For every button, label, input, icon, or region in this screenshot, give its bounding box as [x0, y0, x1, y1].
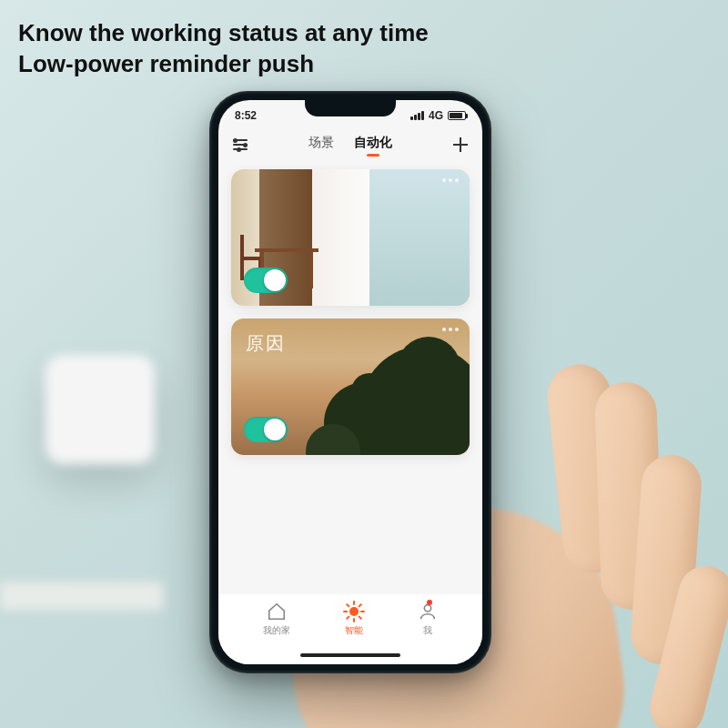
scene-toggle[interactable]: [244, 417, 288, 442]
filter-icon[interactable]: [233, 139, 248, 150]
phone-notch: [305, 100, 396, 116]
phone-frame: 8:52 4G 场景 自动化: [209, 91, 491, 673]
marketing-headline: Know the working status at any time Low-…: [18, 18, 429, 80]
add-icon[interactable]: [453, 137, 468, 152]
nav-profile[interactable]: 我: [418, 602, 438, 637]
network-label: 4G: [429, 109, 443, 122]
nav-label: 我: [423, 624, 432, 637]
tab-scenes[interactable]: 场景: [308, 135, 334, 155]
scene-toggle[interactable]: [244, 268, 288, 293]
profile-icon: [418, 602, 438, 622]
card-menu-icon[interactable]: [442, 328, 459, 331]
card-menu-icon[interactable]: [442, 178, 459, 182]
background-device: [46, 355, 155, 464]
app-header: 场景 自动化: [218, 127, 482, 164]
sun-icon: [344, 602, 364, 622]
home-icon: [267, 602, 287, 622]
status-time: 8:52: [235, 109, 257, 122]
scene-card-sunset[interactable]: 原因: [231, 318, 470, 455]
tab-automation[interactable]: 自动化: [354, 135, 392, 155]
background-surface: [0, 582, 164, 610]
nav-label: 我的家: [263, 624, 290, 637]
nav-home[interactable]: 我的家: [263, 602, 290, 637]
header-tabs: 场景 自动化: [308, 135, 392, 155]
signal-icon: [410, 111, 424, 120]
scene-card-dining[interactable]: [231, 169, 470, 306]
bottom-nav: 我的家 智能 我: [218, 593, 482, 664]
svg-point-0: [424, 605, 430, 612]
battery-icon: [448, 111, 466, 120]
nav-label: 智能: [345, 624, 363, 637]
phone-screen: 8:52 4G 场景 自动化: [218, 100, 482, 664]
headline-line2: Low-power reminder push: [18, 49, 429, 80]
scene-label: 原因: [246, 331, 286, 356]
nav-smart[interactable]: 智能: [344, 602, 364, 637]
headline-line1: Know the working status at any time: [18, 18, 429, 49]
scene-card-list[interactable]: 原因: [218, 164, 482, 593]
